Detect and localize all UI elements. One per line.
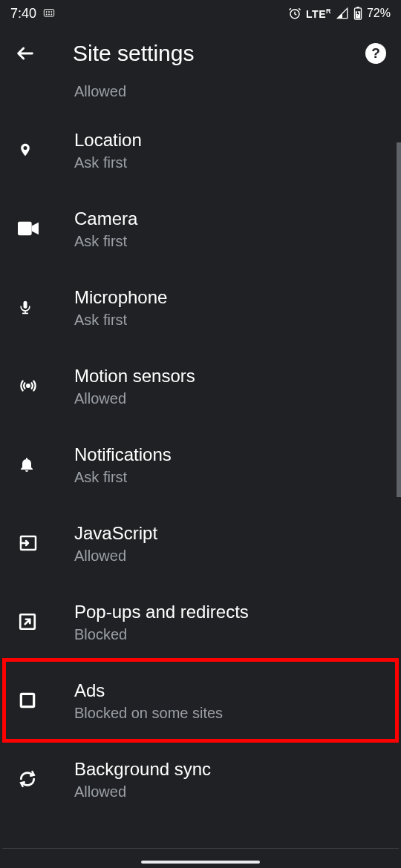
- svg-point-1: [46, 11, 47, 12]
- settings-item-title: Pop-ups and redirects: [74, 601, 401, 623]
- settings-item-camera[interactable]: Camera Ask first: [0, 189, 401, 268]
- status-time: 7:40: [10, 6, 36, 22]
- help-button[interactable]: ?: [365, 43, 386, 64]
- settings-item-sub: Blocked: [74, 626, 401, 643]
- app-bar: Site settings ?: [0, 27, 401, 80]
- settings-item-sub: Allowed: [74, 390, 401, 407]
- settings-item-title: JavaScript: [74, 522, 401, 545]
- svg-point-5: [49, 14, 50, 15]
- popup-icon: [18, 612, 74, 631]
- svg-point-3: [51, 11, 52, 12]
- settings-item-background-sync[interactable]: Background sync Allowed: [0, 740, 401, 818]
- settings-item-sub: Allowed: [74, 548, 401, 565]
- settings-item-title: Background sync: [74, 758, 401, 780]
- settings-item-title: Camera: [74, 208, 401, 230]
- settings-item-sub: Ask first: [74, 469, 401, 486]
- settings-item-sub: Allowed: [74, 783, 401, 800]
- settings-item-notifications[interactable]: Notifications Ask first: [0, 425, 401, 504]
- svg-rect-9: [356, 7, 359, 8]
- sync-icon: [18, 769, 74, 789]
- settings-item-popups[interactable]: Pop-ups and redirects Blocked: [0, 582, 401, 661]
- settings-item-title: Motion sensors: [74, 365, 401, 387]
- cookies-icon: [18, 80, 74, 86]
- signal-icon: [336, 7, 349, 19]
- settings-item-partial[interactable]: Allowed: [0, 80, 401, 111]
- location-icon: [18, 139, 74, 160]
- status-bar: 7:40 LTER: [0, 0, 401, 27]
- microphone-icon: [18, 297, 74, 318]
- back-button[interactable]: [15, 43, 45, 64]
- keyboard-icon: [42, 7, 56, 19]
- bell-icon: [18, 454, 74, 475]
- settings-item-motion-sensors[interactable]: Motion sensors Allowed: [0, 346, 401, 425]
- settings-item-title: Ads: [74, 680, 401, 702]
- svg-rect-15: [21, 694, 33, 706]
- settings-item-sub: Ask first: [74, 312, 401, 329]
- settings-list: Allowed Location Ask first Camera Ask fi…: [0, 80, 401, 818]
- settings-item-sub: Allowed: [74, 83, 401, 100]
- alarm-icon: [288, 7, 301, 20]
- svg-point-2: [49, 11, 50, 12]
- svg-point-4: [46, 14, 47, 15]
- settings-item-title: Notifications: [74, 444, 401, 466]
- network-type: LTER: [306, 7, 331, 20]
- bottom-divider: [2, 848, 399, 849]
- svg-point-6: [51, 14, 52, 15]
- settings-item-title: Microphone: [74, 286, 401, 309]
- ads-icon: [18, 691, 74, 710]
- javascript-icon: [18, 534, 74, 552]
- battery-icon: [353, 7, 362, 20]
- svg-rect-11: [18, 222, 32, 236]
- settings-item-sub: Blocked on some sites: [74, 705, 401, 722]
- help-icon: ?: [371, 45, 380, 62]
- page-title: Site settings: [73, 41, 365, 66]
- settings-item-javascript[interactable]: JavaScript Allowed: [0, 504, 401, 582]
- scrollbar[interactable]: [397, 142, 401, 497]
- settings-item-title: Location: [74, 129, 401, 151]
- camera-icon: [18, 221, 74, 236]
- settings-item-sub: Ask first: [74, 233, 401, 250]
- settings-item-location[interactable]: Location Ask first: [0, 111, 401, 189]
- settings-item-sub: Ask first: [74, 154, 401, 171]
- gesture-bar[interactable]: [141, 861, 260, 864]
- battery-percent: 72%: [367, 7, 391, 20]
- svg-point-12: [27, 384, 30, 387]
- settings-item-ads[interactable]: Ads Blocked on some sites: [0, 661, 401, 740]
- motion-icon: [18, 378, 74, 394]
- svg-rect-0: [44, 10, 53, 16]
- settings-item-microphone[interactable]: Microphone Ask first: [0, 268, 401, 346]
